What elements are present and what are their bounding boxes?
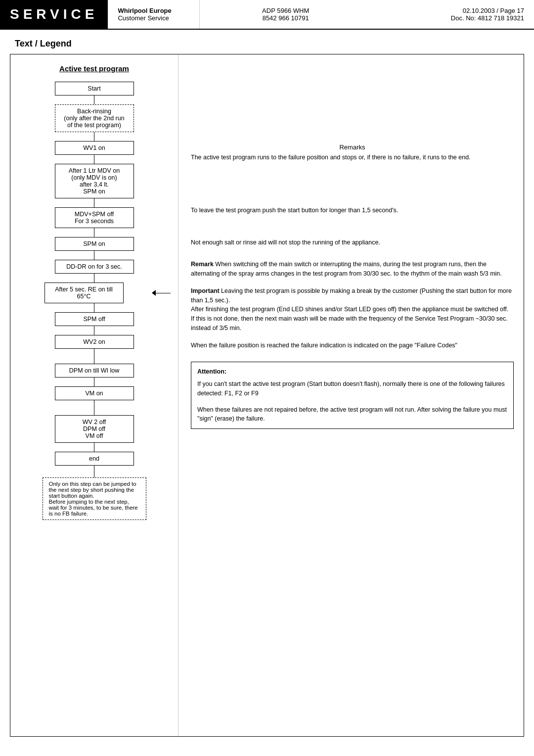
flow-step-wv2-on: WV2 on [55, 335, 134, 349]
spacer3 [191, 223, 514, 238]
flow-step-row-after5sec: After 5 sec. RE on till65°C [18, 283, 171, 303]
flowchart-column: Active test program Start Back-rinsing(o… [10, 54, 178, 736]
flow-connector [94, 303, 94, 312]
page-header: SERVICE Whirlpool Europe Customer Servic… [0, 0, 534, 30]
remark2: To leave the test program push the start… [191, 206, 514, 215]
spacer2 [191, 171, 514, 206]
flow-step-mdv-spm-off: MDV+SPM offFor 3 seconds [55, 207, 134, 228]
remarks-column: Remarks The active test program runs to … [178, 54, 524, 736]
flow-step-wv2-off: WV 2 offDPM offVM off [55, 415, 134, 443]
flow-connector [94, 349, 94, 364]
flow-step-vm-on: VM on [55, 386, 134, 400]
header-date-doc: 02.10.2003 / Page 17 Doc. No: 4812 718 1… [372, 0, 534, 29]
page-title: Text / Legend [0, 30, 534, 54]
flow-step-end: end [55, 452, 134, 466]
flowchart-title: Active test program [18, 64, 171, 73]
flow-step-spm-off: SPM off [55, 312, 134, 326]
flow-connector [94, 95, 94, 104]
flow-step-after-1ltr: After 1 Ltr MDV on(only MDV is on)after … [55, 164, 134, 198]
remark5-block: Important Leaving the test program is po… [191, 286, 514, 333]
flow-connector [94, 326, 94, 335]
flow-step-spm-on: SPM on [55, 237, 134, 251]
company-name: Whirlpool Europe [118, 7, 189, 14]
flow-step-wv1-on: WV1 on [55, 141, 134, 155]
header-model-info: ADP 5966 WHM 8542 966 10791 [200, 0, 372, 29]
remark5-text: Leaving the test program is possible by … [191, 287, 512, 331]
logo: SERVICE [0, 0, 108, 29]
flow-step-dpm-on: DPM on till WI low [55, 364, 134, 378]
remarks-title: Remarks [191, 143, 514, 151]
flow-connector [94, 155, 94, 164]
flow-connector [94, 378, 94, 386]
remark5-bold: Important [191, 287, 220, 294]
remark3: Not enough salt or rinse aid will not st… [191, 238, 514, 247]
flow-connector [94, 251, 94, 260]
serial-number: 8542 966 10791 [215, 14, 357, 22]
remark4-bold: Remark [191, 261, 214, 268]
left-arrow-icon [152, 290, 156, 296]
flow-connector [94, 274, 94, 283]
flow-connector [94, 228, 94, 237]
flow-connector [94, 132, 94, 141]
flow-connector [94, 400, 94, 415]
flow-step-after5sec: After 5 sec. RE on till65°C [44, 283, 124, 303]
flow-step-after5sec-wrapper: After 5 sec. RE on till65°C [18, 283, 150, 303]
flow-step-start: Start [55, 82, 134, 95]
flowchart: Start Back-rinsing(only after the 2nd ru… [18, 82, 171, 520]
attention-footer: When these failures are not repaired bef… [197, 405, 507, 424]
remark6: When the failure position is reached the… [191, 341, 514, 350]
flow-step-dd-dr-on: DD-DR on for 3 sec. [55, 260, 134, 274]
remark4-block: Remark When switching off the main switc… [191, 260, 514, 279]
top-spacer [191, 64, 514, 143]
model-number: ADP 5966 WHM [215, 7, 357, 14]
date-page: 02.10.2003 / Page 17 [382, 7, 524, 14]
arrow-line [156, 293, 171, 293]
header-company: Whirlpool Europe Customer Service [108, 0, 199, 29]
flow-note-box: Only on this step can be jumped to the n… [43, 477, 146, 520]
remark4-text: When switching off the main switch or in… [191, 261, 502, 277]
department-name: Customer Service [118, 14, 189, 22]
attention-box: Attention: If you can't start the active… [191, 362, 514, 429]
side-arrow-indicator [152, 290, 171, 296]
flow-connector [94, 198, 94, 207]
flow-connector [94, 466, 94, 477]
attention-text: If you can't start the active test progr… [197, 379, 507, 398]
remark1: The active test program runs to the fail… [191, 153, 514, 162]
spacer4 [191, 255, 514, 260]
flow-step-back-rinsing: Back-rinsing(only after the 2nd runof th… [55, 104, 134, 132]
flow-connector [94, 443, 94, 452]
doc-number: Doc. No: 4812 718 19321 [382, 14, 524, 22]
attention-title: Attention: [197, 367, 507, 377]
main-content-area: Active test program Start Back-rinsing(o… [10, 54, 524, 737]
